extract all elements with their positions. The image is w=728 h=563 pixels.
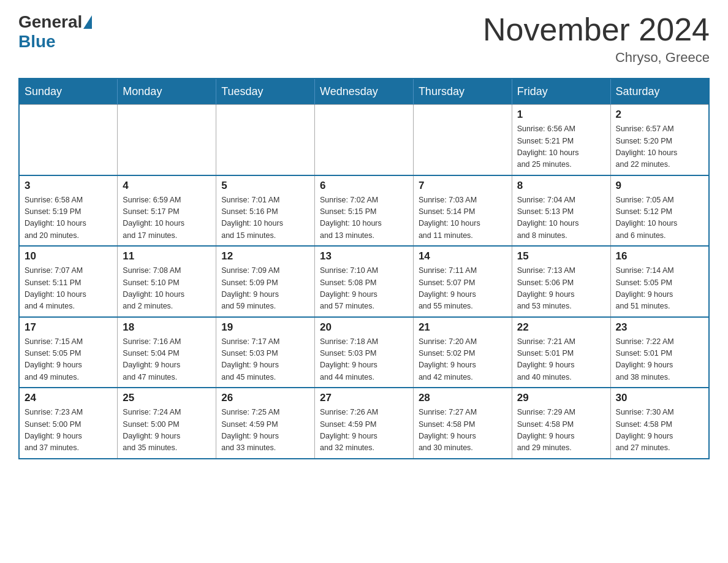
title-block: November 2024 Chryso, Greece <box>483 12 710 66</box>
day-number: 17 <box>25 321 112 334</box>
day-info: Sunrise: 7:07 AM Sunset: 5:11 PM Dayligh… <box>25 265 112 313</box>
day-cell: 22Sunrise: 7:21 AM Sunset: 5:01 PM Dayli… <box>512 317 610 388</box>
col-header-tuesday: Tuesday <box>216 79 315 105</box>
day-cell <box>19 105 118 175</box>
day-number: 6 <box>320 180 408 192</box>
day-number: 19 <box>221 321 309 334</box>
day-cell: 7Sunrise: 7:03 AM Sunset: 5:14 PM Daylig… <box>413 175 512 247</box>
week-row-3: 10Sunrise: 7:07 AM Sunset: 5:11 PM Dayli… <box>19 246 709 317</box>
day-info: Sunrise: 6:58 AM Sunset: 5:19 PM Dayligh… <box>25 194 112 242</box>
day-cell: 17Sunrise: 7:15 AM Sunset: 5:05 PM Dayli… <box>19 317 118 388</box>
day-cell: 15Sunrise: 7:13 AM Sunset: 5:06 PM Dayli… <box>512 246 610 317</box>
day-info: Sunrise: 7:09 AM Sunset: 5:09 PM Dayligh… <box>221 265 309 313</box>
day-cell: 5Sunrise: 7:01 AM Sunset: 5:16 PM Daylig… <box>216 175 315 247</box>
day-cell: 21Sunrise: 7:20 AM Sunset: 5:02 PM Dayli… <box>413 317 512 388</box>
day-number: 23 <box>616 321 703 334</box>
day-cell: 30Sunrise: 7:30 AM Sunset: 4:58 PM Dayli… <box>610 388 709 459</box>
day-cell: 20Sunrise: 7:18 AM Sunset: 5:03 PM Dayli… <box>315 317 414 388</box>
month-title: November 2024 <box>483 12 710 47</box>
day-info: Sunrise: 7:01 AM Sunset: 5:16 PM Dayligh… <box>221 194 309 242</box>
day-number: 21 <box>419 321 507 334</box>
day-info: Sunrise: 7:27 AM Sunset: 4:58 PM Dayligh… <box>419 407 507 454</box>
day-cell: 4Sunrise: 6:59 AM Sunset: 5:17 PM Daylig… <box>118 175 216 247</box>
day-number: 18 <box>123 321 211 334</box>
day-number: 22 <box>517 321 605 334</box>
calendar-table: SundayMondayTuesdayWednesdayThursdayFrid… <box>18 78 710 459</box>
day-number: 24 <box>25 392 112 404</box>
day-number: 2 <box>616 109 703 121</box>
day-cell: 10Sunrise: 7:07 AM Sunset: 5:11 PM Dayli… <box>19 246 118 317</box>
day-info: Sunrise: 7:02 AM Sunset: 5:15 PM Dayligh… <box>320 194 408 242</box>
day-number: 1 <box>517 109 605 121</box>
day-info: Sunrise: 7:08 AM Sunset: 5:10 PM Dayligh… <box>123 265 211 313</box>
day-info: Sunrise: 7:11 AM Sunset: 5:07 PM Dayligh… <box>419 265 507 313</box>
day-cell: 29Sunrise: 7:29 AM Sunset: 4:58 PM Dayli… <box>512 388 610 459</box>
day-number: 20 <box>320 321 408 334</box>
calendar-header-row: SundayMondayTuesdayWednesdayThursdayFrid… <box>19 79 709 105</box>
day-cell: 27Sunrise: 7:26 AM Sunset: 4:59 PM Dayli… <box>315 388 414 459</box>
day-number: 10 <box>25 250 112 262</box>
day-cell: 18Sunrise: 7:16 AM Sunset: 5:04 PM Dayli… <box>118 317 216 388</box>
week-row-2: 3Sunrise: 6:58 AM Sunset: 5:19 PM Daylig… <box>19 175 709 247</box>
day-number: 3 <box>25 180 112 192</box>
logo: General Blue <box>18 12 93 52</box>
day-cell: 24Sunrise: 7:23 AM Sunset: 5:00 PM Dayli… <box>19 388 118 459</box>
col-header-friday: Friday <box>512 79 610 105</box>
day-cell: 12Sunrise: 7:09 AM Sunset: 5:09 PM Dayli… <box>216 246 315 317</box>
day-number: 28 <box>419 392 507 404</box>
day-cell: 2Sunrise: 6:57 AM Sunset: 5:20 PM Daylig… <box>610 105 709 175</box>
logo-blue: Blue <box>18 32 56 51</box>
day-cell: 3Sunrise: 6:58 AM Sunset: 5:19 PM Daylig… <box>19 175 118 247</box>
day-cell <box>413 105 512 175</box>
col-header-thursday: Thursday <box>413 79 512 105</box>
day-cell <box>216 105 315 175</box>
col-header-sunday: Sunday <box>19 79 118 105</box>
location-subtitle: Chryso, Greece <box>483 50 710 66</box>
day-cell: 13Sunrise: 7:10 AM Sunset: 5:08 PM Dayli… <box>315 246 414 317</box>
week-row-1: 1Sunrise: 6:56 AM Sunset: 5:21 PM Daylig… <box>19 105 709 175</box>
day-cell <box>118 105 216 175</box>
day-info: Sunrise: 7:16 AM Sunset: 5:04 PM Dayligh… <box>123 336 211 384</box>
logo-general: General <box>18 12 82 32</box>
day-cell: 28Sunrise: 7:27 AM Sunset: 4:58 PM Dayli… <box>413 388 512 459</box>
day-number: 13 <box>320 250 408 262</box>
col-header-wednesday: Wednesday <box>315 79 414 105</box>
day-cell: 1Sunrise: 6:56 AM Sunset: 5:21 PM Daylig… <box>512 105 610 175</box>
day-cell: 11Sunrise: 7:08 AM Sunset: 5:10 PM Dayli… <box>118 246 216 317</box>
day-cell: 16Sunrise: 7:14 AM Sunset: 5:05 PM Dayli… <box>610 246 709 317</box>
day-info: Sunrise: 7:17 AM Sunset: 5:03 PM Dayligh… <box>221 336 309 384</box>
day-info: Sunrise: 6:56 AM Sunset: 5:21 PM Dayligh… <box>517 123 605 171</box>
day-info: Sunrise: 7:29 AM Sunset: 4:58 PM Dayligh… <box>517 407 605 454</box>
col-header-saturday: Saturday <box>610 79 709 105</box>
day-number: 29 <box>517 392 605 404</box>
day-number: 25 <box>123 392 211 404</box>
day-cell: 9Sunrise: 7:05 AM Sunset: 5:12 PM Daylig… <box>610 175 709 247</box>
day-number: 15 <box>517 250 605 262</box>
col-header-monday: Monday <box>118 79 216 105</box>
day-info: Sunrise: 7:20 AM Sunset: 5:02 PM Dayligh… <box>419 336 507 384</box>
day-cell: 23Sunrise: 7:22 AM Sunset: 5:01 PM Dayli… <box>610 317 709 388</box>
day-info: Sunrise: 7:14 AM Sunset: 5:05 PM Dayligh… <box>616 265 703 313</box>
day-info: Sunrise: 7:15 AM Sunset: 5:05 PM Dayligh… <box>25 336 112 384</box>
week-row-4: 17Sunrise: 7:15 AM Sunset: 5:05 PM Dayli… <box>19 317 709 388</box>
day-cell: 19Sunrise: 7:17 AM Sunset: 5:03 PM Dayli… <box>216 317 315 388</box>
day-info: Sunrise: 7:23 AM Sunset: 5:00 PM Dayligh… <box>25 407 112 454</box>
day-info: Sunrise: 7:05 AM Sunset: 5:12 PM Dayligh… <box>616 194 703 242</box>
day-number: 8 <box>517 180 605 192</box>
day-cell: 26Sunrise: 7:25 AM Sunset: 4:59 PM Dayli… <box>216 388 315 459</box>
day-number: 5 <box>221 180 309 192</box>
day-info: Sunrise: 7:03 AM Sunset: 5:14 PM Dayligh… <box>419 194 507 242</box>
day-cell <box>315 105 414 175</box>
day-info: Sunrise: 7:22 AM Sunset: 5:01 PM Dayligh… <box>616 336 703 384</box>
day-info: Sunrise: 7:13 AM Sunset: 5:06 PM Dayligh… <box>517 265 605 313</box>
day-info: Sunrise: 7:21 AM Sunset: 5:01 PM Dayligh… <box>517 336 605 384</box>
day-info: Sunrise: 7:10 AM Sunset: 5:08 PM Dayligh… <box>320 265 408 313</box>
day-info: Sunrise: 7:04 AM Sunset: 5:13 PM Dayligh… <box>517 194 605 242</box>
day-number: 16 <box>616 250 703 262</box>
day-number: 26 <box>221 392 309 404</box>
page-header: General Blue November 2024 Chryso, Greec… <box>18 12 710 66</box>
logo-triangle-icon <box>83 15 92 29</box>
logo-blue-text: Blue <box>18 32 56 52</box>
day-info: Sunrise: 7:26 AM Sunset: 4:59 PM Dayligh… <box>320 407 408 454</box>
day-number: 12 <box>221 250 309 262</box>
